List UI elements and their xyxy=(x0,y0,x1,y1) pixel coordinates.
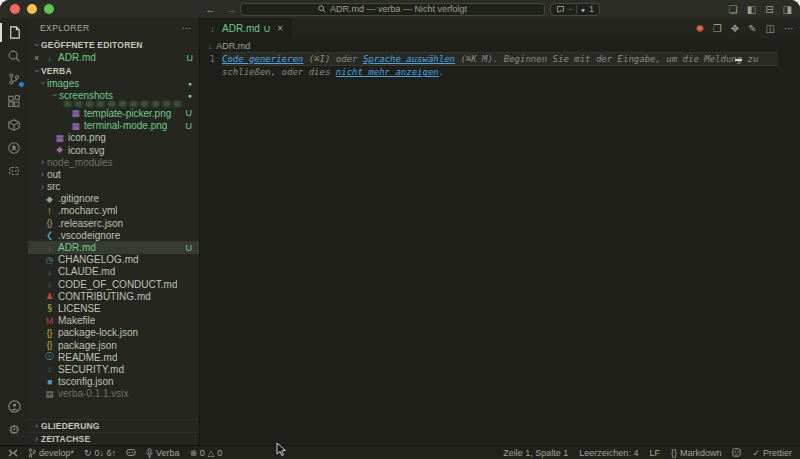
close-icon[interactable]: × xyxy=(34,53,44,63)
forward-icon[interactable]: → xyxy=(226,3,237,15)
formatter-status[interactable]: ✓ Prettier xyxy=(752,448,792,458)
split-editor-icon[interactable]: ◫ xyxy=(766,23,775,34)
tree-item[interactable]: ›out xyxy=(28,168,199,180)
copilot-badge-count: 1 xyxy=(589,4,594,14)
sync-counts: 0↓ 6↑ xyxy=(95,448,117,458)
more-actions-icon[interactable]: ⋯ xyxy=(784,23,794,34)
tree-item[interactable]: ›node_modules xyxy=(28,156,199,168)
sync-status[interactable]: ↻ 0↓ 6↑ xyxy=(84,448,116,458)
feedback-status[interactable] xyxy=(732,448,741,457)
branch-status[interactable]: develop* xyxy=(28,448,74,458)
remote-indicator[interactable] xyxy=(8,449,18,457)
tree-item[interactable]: ▦template-picker.pngU xyxy=(28,107,199,119)
markdown-icon: ↓ xyxy=(44,364,55,374)
badge-dot-icon: ● xyxy=(581,6,585,13)
edit-icon[interactable]: ✎ xyxy=(748,23,756,34)
tree-item[interactable]: ◷CHANGELOG.md xyxy=(28,254,199,266)
copilot-status[interactable] xyxy=(126,448,136,457)
explorer-icon[interactable] xyxy=(0,21,28,44)
tree-item[interactable]: ⓘREADME.md xyxy=(28,351,199,363)
back-icon[interactable]: ← xyxy=(205,3,216,15)
toggle-secondary-sidebar-icon[interactable]: ◨ xyxy=(783,4,792,15)
copilot-button[interactable]: › ● 1 xyxy=(550,3,600,16)
tree-item[interactable]: ↓CLAUDE.md xyxy=(28,266,199,278)
open-editor-item[interactable]: × ↓ ADR.md U xyxy=(28,51,199,64)
gear-icon[interactable]: ⚙ xyxy=(0,418,28,441)
chevron-down-icon: › xyxy=(50,91,60,100)
tree-item[interactable]: {}package.json xyxy=(28,339,199,351)
tree-item[interactable]: ›src xyxy=(28,181,199,193)
tree-item-label: README.md xyxy=(58,352,117,363)
remote-explorer-icon[interactable] xyxy=(0,113,28,136)
verba-icon[interactable]: ✺ xyxy=(695,23,703,34)
tree-item[interactable]: ♟CONTRIBUTING.md xyxy=(28,290,199,302)
open-editor-label: ADR.md xyxy=(58,52,96,63)
open-preview-icon[interactable]: ❐ xyxy=(713,23,722,34)
github-icon[interactable] xyxy=(0,136,28,159)
tree-item[interactable]: MMakefile xyxy=(28,315,199,327)
tree-item[interactable]: ▦icon.png xyxy=(28,132,199,144)
tree-item[interactable]: ▦terminal-mode.pngU xyxy=(28,120,199,132)
extensions-icon[interactable] xyxy=(0,90,28,113)
open-editors-header[interactable]: › GEÖFFNETE EDITOREN xyxy=(28,38,199,51)
tree-item[interactable]: ›images● xyxy=(28,77,199,89)
outline-header[interactable]: › GLIEDERUNG xyxy=(28,419,199,432)
timeline-header[interactable]: › ZEITACHSE xyxy=(28,432,199,445)
tree-item-label: CODE_OF_CONDUCT.md xyxy=(58,279,177,290)
close-window-button[interactable] xyxy=(10,4,20,14)
cursor-position[interactable]: Zeile 1, Spalte 1 xyxy=(503,448,568,458)
source-control-icon[interactable] xyxy=(0,67,28,90)
tree-item-label: template-picker.png xyxy=(84,108,171,119)
breadcrumb[interactable]: ↓ ADR.md xyxy=(200,39,800,52)
tree-item-label: icon.png xyxy=(68,132,106,143)
verba-label: Verba xyxy=(156,448,180,458)
tree-item[interactable]: ◆.gitignore xyxy=(28,193,199,205)
errors-count: 0 xyxy=(200,448,205,458)
toggle-panel-icon[interactable]: ⊟ xyxy=(765,4,773,15)
tree-item-label: .releaserc.json xyxy=(58,218,123,229)
chat-robot-icon[interactable] xyxy=(0,159,28,182)
tree-item[interactable]: {}.releaserc.json xyxy=(28,217,199,229)
search-icon[interactable] xyxy=(0,44,28,67)
tree-item-label: screenshots xyxy=(59,90,113,101)
tree-item[interactable]: §LICENSE xyxy=(28,302,199,314)
more-actions-icon[interactable]: ⋯ xyxy=(182,23,191,33)
language-mode[interactable]: {} Markdown xyxy=(671,448,722,458)
eol-status[interactable]: LF xyxy=(649,448,660,458)
workspace-root-header[interactable]: › VERBA xyxy=(28,64,199,77)
ghost-text-link[interactable]: nicht mehr anzeigen xyxy=(336,67,439,77)
markdown-icon: ↓ xyxy=(44,267,55,277)
close-icon[interactable]: × xyxy=(277,23,283,34)
customize-layout-icon[interactable]: ❏ xyxy=(729,4,738,15)
tree-item[interactable]: ↓ADR.mdU xyxy=(28,241,199,253)
tree-item[interactable]: !.mocharc.yml xyxy=(28,205,199,217)
ghost-text: (⌘K M). Beginnen Sie mit der Eingabe, um… xyxy=(455,54,758,64)
tree-item[interactable]: ↓CODE_OF_CONDUCT.md xyxy=(28,278,199,290)
tree-item-label: verba-0.1.1.vsix xyxy=(58,388,129,399)
ghost-text-link[interactable]: Sprache auswählen xyxy=(363,54,455,64)
chevron-down-icon: › xyxy=(38,79,48,88)
ghost-text-link[interactable]: Code generieren xyxy=(222,54,303,64)
editor-content[interactable]: 1Code generieren (⌘I) oder Sprache auswä… xyxy=(200,52,800,445)
tree-item[interactable]: ❖icon.svg xyxy=(28,144,199,156)
toggle-primary-sidebar-icon[interactable]: ◧ xyxy=(747,4,756,15)
problems-status[interactable]: ⊗ 0 △ 0 xyxy=(190,448,223,458)
tree-item[interactable]: ▤verba-0.1.1.vsix xyxy=(28,388,199,400)
sidebar-title: EXPLORER xyxy=(40,23,90,33)
account-icon[interactable] xyxy=(0,395,28,418)
chevron-right-icon: › xyxy=(32,421,41,431)
tree-item[interactable]: ›screenshots● xyxy=(28,89,199,101)
open-changes-icon[interactable]: ✥ xyxy=(731,23,739,34)
tab-label: ADR.md xyxy=(222,23,260,34)
verba-status[interactable]: Verba xyxy=(146,448,180,458)
tree-item[interactable]: ❮.vscodeignore xyxy=(28,229,199,241)
command-center[interactable]: ADR.md — verba — Nicht verfolgt xyxy=(240,3,545,16)
indentation-status[interactable]: Leerzeichen: 4 xyxy=(579,448,638,458)
tab-adr-md[interactable]: ↓ ADR.md U × xyxy=(200,18,291,39)
breadcrumb-item[interactable]: ADR.md xyxy=(216,41,250,51)
tree-item[interactable]: {}package-lock.json xyxy=(28,327,199,339)
tree-item[interactable]: ↓SECURITY.md xyxy=(28,363,199,375)
minimize-window-button[interactable] xyxy=(27,4,37,14)
zoom-window-button[interactable] xyxy=(44,4,54,14)
tree-item[interactable]: ■tsconfig.json xyxy=(28,376,199,388)
